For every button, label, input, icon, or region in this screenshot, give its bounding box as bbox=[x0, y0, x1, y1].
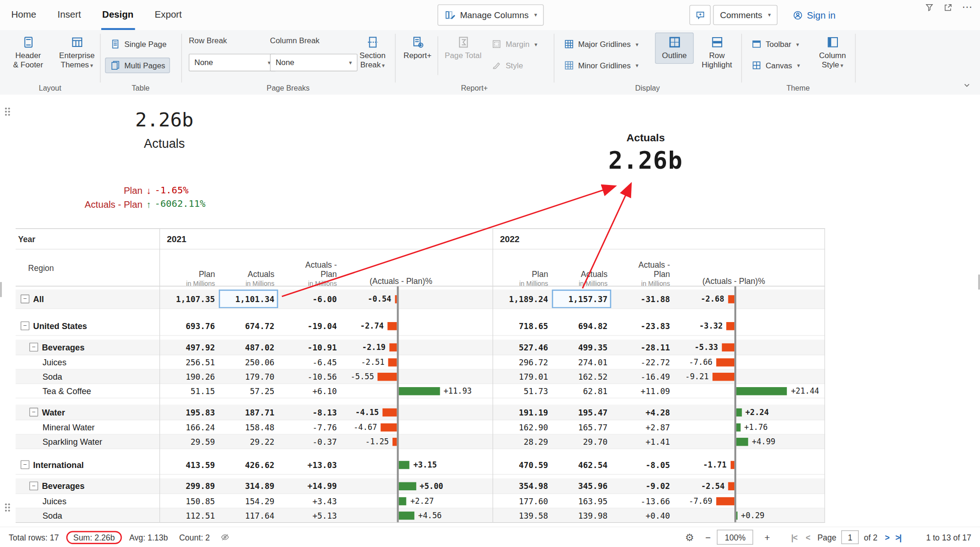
table-row-united-states[interactable]: −United States693.76674.72-19.04-2.74718… bbox=[16, 316, 825, 336]
cell-plan-y2022[interactable]: 51.73 bbox=[492, 384, 552, 398]
cell-variance-y2022[interactable]: -16.49 bbox=[611, 369, 674, 383]
outline-button[interactable]: Outline bbox=[655, 33, 693, 64]
enterprise-themes-button[interactable]: Enterprise Themes▾ bbox=[52, 33, 101, 74]
cell-variance-y2022[interactable]: +2.87 bbox=[611, 420, 674, 434]
cell-actuals-y2021[interactable]: 1,101.34 bbox=[219, 290, 278, 308]
cell-variance-y2021[interactable]: -19.04 bbox=[278, 316, 341, 335]
cell-variance-pct-y2022[interactable]: +21.44 bbox=[674, 384, 825, 398]
cell-actuals-y2021[interactable]: 154.29 bbox=[219, 494, 278, 508]
collapse-icon[interactable]: − bbox=[29, 408, 38, 416]
cell-variance-y2021[interactable]: -7.76 bbox=[278, 420, 341, 434]
header-footer-button[interactable]: Header & Footer bbox=[4, 33, 52, 73]
drag-handle-icon[interactable] bbox=[5, 107, 11, 116]
cell-actuals-y2022[interactable]: 62.81 bbox=[552, 384, 611, 398]
page-total-button[interactable]: Page Total bbox=[441, 33, 485, 64]
cell-plan-y2021[interactable]: 1,107.35 bbox=[159, 290, 219, 308]
cell-variance-y2021[interactable]: +5.13 bbox=[278, 508, 341, 522]
cell-plan-y2022[interactable]: 1,189.24 bbox=[492, 290, 552, 308]
cell-variance-y2022[interactable]: -31.88 bbox=[611, 290, 674, 308]
row-header[interactable]: Tea & Coffee bbox=[16, 384, 160, 398]
region-header[interactable]: Region bbox=[16, 250, 160, 286]
cell-actuals-y2022[interactable]: 274.01 bbox=[552, 355, 611, 369]
cell-variance-y2022[interactable]: -23.83 bbox=[611, 316, 674, 335]
row-header[interactable]: Soda bbox=[16, 508, 160, 522]
right-scroll-mark[interactable] bbox=[978, 275, 980, 290]
cell-plan-y2022[interactable]: 296.72 bbox=[492, 355, 552, 369]
cell-plan-y2022[interactable]: 354.98 bbox=[492, 478, 552, 493]
cell-actuals-y2022[interactable]: 694.82 bbox=[552, 316, 611, 335]
focus-mode-icon[interactable] bbox=[943, 2, 954, 13]
cell-actuals-y2022[interactable]: 345.96 bbox=[552, 478, 611, 493]
collapse-icon[interactable]: − bbox=[20, 295, 29, 303]
cell-variance-pct-y2022[interactable]: -9.21 bbox=[674, 369, 825, 383]
cell-variance-y2021[interactable]: -10.56 bbox=[278, 369, 341, 383]
cell-actuals-y2021[interactable]: 179.70 bbox=[219, 369, 278, 383]
row-highlight-button[interactable]: Row Highlight bbox=[695, 33, 738, 73]
add-comment-button[interactable] bbox=[689, 5, 711, 25]
table-row-sparkling-water[interactable]: Sparkling Water29.5929.22-0.37-1.2528.29… bbox=[16, 435, 825, 449]
cell-variance-pct-y2022[interactable]: -2.68 bbox=[674, 290, 825, 308]
gear-icon[interactable]: ⚙ bbox=[685, 531, 694, 543]
cell-variance-y2022[interactable]: -9.02 bbox=[611, 478, 674, 493]
cell-variance-y2022[interactable]: -8.05 bbox=[611, 455, 674, 474]
cell-variance-pct-y2022[interactable]: +1.76 bbox=[674, 420, 825, 434]
hide-aggregates-icon[interactable] bbox=[220, 532, 230, 542]
cell-plan-y2021[interactable]: 256.51 bbox=[159, 355, 219, 369]
row-header[interactable]: Juices bbox=[16, 355, 160, 369]
cell-variance-pct-y2022[interactable]: +0.29 bbox=[674, 508, 825, 522]
zoom-out-button[interactable]: − bbox=[706, 532, 711, 542]
zoom-level[interactable]: 100% bbox=[717, 530, 753, 545]
previous-page-button[interactable]: < bbox=[806, 533, 810, 542]
cell-plan-y2021[interactable]: 150.85 bbox=[159, 494, 219, 508]
cell-plan-y2021[interactable]: 693.76 bbox=[159, 316, 219, 335]
cell-plan-y2022[interactable]: 28.29 bbox=[492, 435, 552, 448]
cell-variance-pct-y2021[interactable]: -4.15 bbox=[340, 405, 492, 420]
cell-variance-pct-y2021[interactable]: +4.56 bbox=[340, 508, 492, 522]
cell-actuals-y2022[interactable]: 29.70 bbox=[552, 435, 611, 448]
comments-button[interactable]: Comments ▾ bbox=[713, 5, 777, 25]
table-row-beverages[interactable]: −Beverages497.92487.02-10.91-2.19527.464… bbox=[16, 340, 825, 356]
row-header[interactable]: Sparkling Water bbox=[16, 435, 160, 448]
table-row-juices[interactable]: Juices150.85154.29+3.43+2.27177.60163.95… bbox=[16, 494, 825, 508]
margin-button[interactable]: Margin ▾ bbox=[486, 36, 542, 52]
tab-home[interactable]: Home bbox=[10, 0, 38, 30]
col-header-variance-2022[interactable]: Actuals - Plan in Millions bbox=[611, 250, 674, 291]
more-options-icon[interactable]: ⋯ bbox=[962, 4, 973, 10]
cell-variance-pct-y2021[interactable]: -2.19 bbox=[340, 340, 492, 355]
collapse-ribbon-icon[interactable] bbox=[962, 81, 971, 90]
filter-icon[interactable] bbox=[924, 2, 934, 13]
row-header[interactable]: −Beverages bbox=[16, 478, 160, 493]
cell-plan-y2021[interactable]: 195.83 bbox=[159, 405, 219, 420]
cell-variance-y2021[interactable]: -6.00 bbox=[278, 290, 341, 308]
cell-variance-pct-y2021[interactable]: -5.55 bbox=[340, 369, 492, 383]
cell-variance-pct-y2022[interactable]: -7.66 bbox=[674, 355, 825, 369]
cell-plan-y2021[interactable]: 51.15 bbox=[159, 384, 219, 398]
cell-actuals-y2021[interactable]: 314.89 bbox=[219, 478, 278, 493]
column-break-select[interactable]: None ▾ bbox=[270, 54, 357, 72]
cell-plan-y2021[interactable]: 29.59 bbox=[159, 435, 219, 448]
cell-variance-y2021[interactable]: -6.45 bbox=[278, 355, 341, 369]
cell-plan-y2021[interactable]: 112.51 bbox=[159, 508, 219, 522]
cell-variance-y2021[interactable]: -10.91 bbox=[278, 340, 341, 355]
single-page-button[interactable]: Single Page bbox=[105, 36, 171, 52]
col-header-actuals-2021[interactable]: Actuals in Millions bbox=[219, 250, 278, 291]
cell-variance-pct-y2021[interactable]: -2.51 bbox=[340, 355, 492, 369]
cell-actuals-y2021[interactable]: 117.64 bbox=[219, 508, 278, 522]
cell-actuals-y2021[interactable]: 57.25 bbox=[219, 384, 278, 398]
minor-gridlines-button[interactable]: Minor Gridlines ▾ bbox=[559, 58, 643, 73]
cell-actuals-y2021[interactable]: 487.02 bbox=[219, 340, 278, 355]
tab-design[interactable]: Design bbox=[101, 0, 135, 30]
year-2021-header[interactable]: 2021 bbox=[159, 229, 492, 249]
cell-variance-y2021[interactable]: -8.13 bbox=[278, 405, 341, 420]
cell-variance-pct-y2022[interactable]: -2.54 bbox=[674, 478, 825, 493]
collapse-icon[interactable]: − bbox=[20, 460, 29, 469]
collapse-icon[interactable]: − bbox=[29, 481, 38, 490]
cell-plan-y2021[interactable]: 166.24 bbox=[159, 420, 219, 434]
left-scroll-mark[interactable] bbox=[0, 282, 2, 297]
cell-variance-pct-y2022[interactable]: +4.99 bbox=[674, 435, 825, 448]
cell-variance-y2022[interactable]: +0.40 bbox=[611, 508, 674, 522]
cell-variance-pct-y2022[interactable]: -7.69 bbox=[674, 494, 825, 508]
row-header[interactable]: Soda bbox=[16, 369, 160, 383]
cell-plan-y2021[interactable]: 190.26 bbox=[159, 369, 219, 383]
cell-variance-pct-y2021[interactable]: +2.27 bbox=[340, 494, 492, 508]
